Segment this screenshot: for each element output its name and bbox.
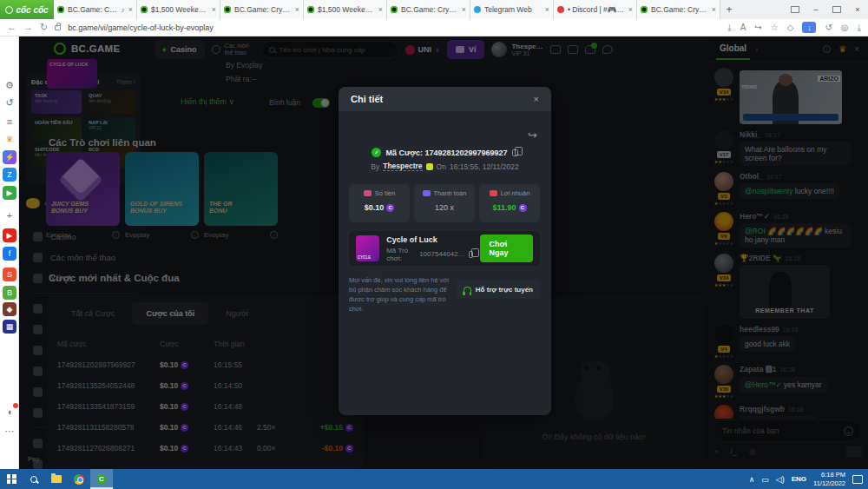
- discord-favicon: [557, 6, 564, 13]
- file-explorer-icon[interactable]: [45, 469, 68, 489]
- tab-bcgame-1[interactable]: BC.Game: Crypt ♪ ×: [54, 0, 137, 19]
- pinned-site-icon[interactable]: ▦: [3, 320, 16, 334]
- tab-bcgame-2[interactable]: BC.Game: Crypto Ca ×: [220, 0, 304, 19]
- lock-icon[interactable]: [55, 25, 61, 30]
- stat-payout: Thanh toán 120 x: [414, 184, 475, 222]
- sync-icon[interactable]: ↺: [825, 23, 832, 32]
- tray-expand-icon[interactable]: ∧: [749, 475, 755, 484]
- tab-close-icon[interactable]: ×: [545, 5, 549, 14]
- network-icon[interactable]: ▭: [761, 475, 769, 484]
- back-icon[interactable]: ←: [7, 23, 16, 32]
- zalo-icon[interactable]: Z: [3, 168, 16, 182]
- stat-profit: Lợi nhuận $11.90: [479, 184, 540, 222]
- profile-icon[interactable]: ◎: [841, 23, 849, 32]
- bookmark-star-icon[interactable]: ☆: [771, 23, 779, 32]
- coin-icon: [519, 204, 527, 212]
- new-tab-button[interactable]: +: [720, 0, 738, 19]
- clock[interactable]: 6:18 PM 11/12/2022: [813, 471, 845, 487]
- bet-datetime: 16:15:55, 12/11/2022: [450, 162, 519, 171]
- url-text[interactable]: bc.game/vi/game/cycle-of-luck-by-evoplay: [68, 23, 214, 32]
- tab-weekend-2[interactable]: $1,500 Weekend Ev ×: [304, 0, 387, 19]
- play-now-button[interactable]: Chơi Ngay: [480, 235, 533, 262]
- tab-close-icon[interactable]: ×: [128, 5, 133, 14]
- gamepad-icon[interactable]: ▶: [3, 186, 16, 200]
- shop-icon[interactable]: B: [3, 286, 16, 300]
- modal-close-icon[interactable]: ×: [534, 94, 539, 104]
- bcgame-favicon: [141, 6, 148, 13]
- coccoc-logo[interactable]: cốc cốc: [0, 0, 54, 19]
- maximize-button[interactable]: [832, 6, 841, 13]
- action-center-icon[interactable]: [852, 475, 863, 484]
- unread-dot: [13, 403, 18, 408]
- live-support-button[interactable]: Hỗ trợ trực tuyến: [457, 280, 540, 299]
- tab-weekend-1[interactable]: $1,500 Weekend Ev ×: [137, 0, 220, 19]
- tab-discord[interactable]: • Discord | #🎮gam ×: [554, 0, 637, 19]
- payout-icon: [423, 190, 431, 196]
- modal-header: Chi tiết ×: [339, 87, 551, 111]
- system-tray: ∧ ▭ ◁) ENG 6:18 PM 11/12/2022: [749, 471, 868, 487]
- tab-telegram[interactable]: Telegram Web ×: [470, 0, 554, 19]
- taskbar-search-icon[interactable]: [23, 469, 45, 489]
- add-shortcut-icon[interactable]: +: [3, 208, 16, 222]
- facebook-icon[interactable]: f: [3, 247, 16, 261]
- tab-bcgame-4[interactable]: BC.Game: Crypto Ca ×: [637, 0, 720, 19]
- copy-icon[interactable]: [512, 149, 518, 156]
- adblock-shield-icon[interactable]: ◇: [787, 23, 794, 32]
- game-name: Cycle of Luck: [386, 235, 473, 244]
- close-window-button[interactable]: ×: [847, 5, 868, 14]
- bcgame-favicon: [391, 6, 398, 13]
- support-note: Mọi vấn đề, xin vui lòng liên hệ với bộ …: [349, 276, 450, 314]
- more-menu-icon[interactable]: ⋯: [3, 424, 16, 438]
- coccoc-taskbar-icon[interactable]: C: [90, 469, 113, 489]
- tab-close-icon[interactable]: ×: [212, 5, 216, 14]
- download-manager-button[interactable]: ↓: [802, 22, 816, 33]
- tab-close-icon[interactable]: ×: [378, 5, 383, 14]
- youtube-icon[interactable]: ▶: [3, 228, 16, 242]
- tab-close-icon[interactable]: ×: [628, 5, 633, 14]
- history-icon[interactable]: ↺: [3, 96, 16, 109]
- tab-close-icon[interactable]: ×: [295, 5, 299, 14]
- forward-icon[interactable]: →: [23, 23, 33, 32]
- bet-id-line: Mã Cược: 1749281202997969927: [339, 148, 551, 157]
- copy-icon[interactable]: [469, 251, 474, 258]
- messenger-icon[interactable]: ⚡: [3, 150, 16, 164]
- window-controls: – ×: [785, 0, 868, 19]
- bet-stats: Số tiền $0.10 Thanh toán 120 x Lợi nhuận…: [349, 184, 540, 222]
- browser-tab-bar: cốc cốc BC.Game: Crypt ♪ × $1,500 Weeken…: [0, 0, 868, 19]
- volume-icon[interactable]: ◁): [776, 475, 785, 484]
- share-icon[interactable]: ↪: [754, 23, 761, 32]
- language-indicator[interactable]: ENG: [792, 475, 806, 483]
- modal-title: Chi tiết: [351, 94, 534, 104]
- tab-audio-icon[interactable]: ♪: [121, 5, 124, 14]
- translate-icon[interactable]: A: [740, 23, 746, 32]
- player-link[interactable]: Thespectre: [383, 162, 422, 171]
- feed-icon[interactable]: ≡: [3, 115, 16, 129]
- stat-amount: Số tiền $0.10: [349, 184, 410, 222]
- windows-taskbar: C ∧ ▭ ◁) ENG 6:18 PM 11/12/2022: [0, 469, 868, 489]
- medal-icon: [426, 163, 433, 170]
- chrome-taskbar-icon[interactable]: [68, 469, 90, 489]
- game-id-value: 1007544042…: [419, 250, 465, 258]
- game-thumbnail[interactable]: CYCLE: [356, 235, 379, 261]
- tab-search-icon[interactable]: [791, 6, 799, 13]
- settings-gear-icon[interactable]: ⚙: [3, 78, 16, 92]
- tab-bcgame-3[interactable]: BC.Game: Crypto Ca ×: [387, 0, 470, 19]
- bcgame-favicon: [224, 6, 231, 13]
- downloads-tray-icon[interactable]: ⤓: [858, 23, 861, 32]
- save-page-icon[interactable]: ⤓: [727, 23, 731, 32]
- tab-close-icon[interactable]: ×: [712, 5, 716, 14]
- crown-rewards-icon[interactable]: ♛: [3, 132, 16, 146]
- start-button[interactable]: [0, 469, 23, 489]
- bet-details-modal: Chi tiết × ↪ Mã Cược: 174928120299796992…: [339, 87, 551, 415]
- reload-icon[interactable]: ↻: [40, 23, 48, 32]
- hat-bookmark-icon[interactable]: ◆: [3, 302, 16, 316]
- screen: cốc cốc BC.Game: Crypt ♪ × $1,500 Weeken…: [0, 0, 868, 489]
- shopee-icon[interactable]: S: [3, 268, 16, 281]
- bet-id-value: 1749281202997969927: [424, 149, 507, 157]
- headset-icon: [464, 287, 471, 293]
- tab-close-icon[interactable]: ×: [462, 5, 466, 14]
- notification-bell-icon[interactable]: ◖: [3, 405, 16, 419]
- minimize-button[interactable]: –: [806, 5, 826, 14]
- share-arrow-icon[interactable]: ↪: [528, 129, 537, 142]
- telegram-favicon: [474, 6, 481, 13]
